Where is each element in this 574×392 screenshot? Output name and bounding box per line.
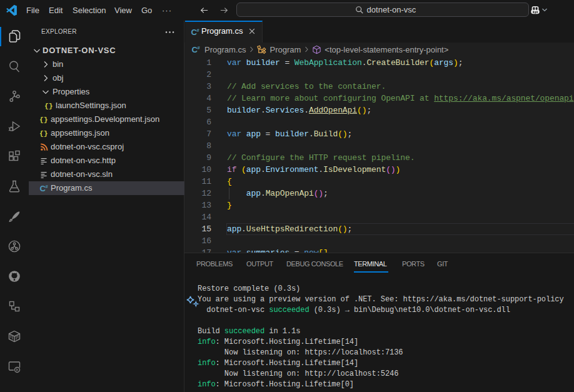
svg-text:#: #: [45, 184, 48, 189]
svg-text:{}: {}: [39, 130, 48, 138]
svg-text:#: #: [196, 28, 199, 33]
svg-text:#: #: [197, 45, 200, 51]
svg-text:{}: {}: [44, 103, 53, 110]
svg-text:{}: {}: [39, 116, 48, 124]
